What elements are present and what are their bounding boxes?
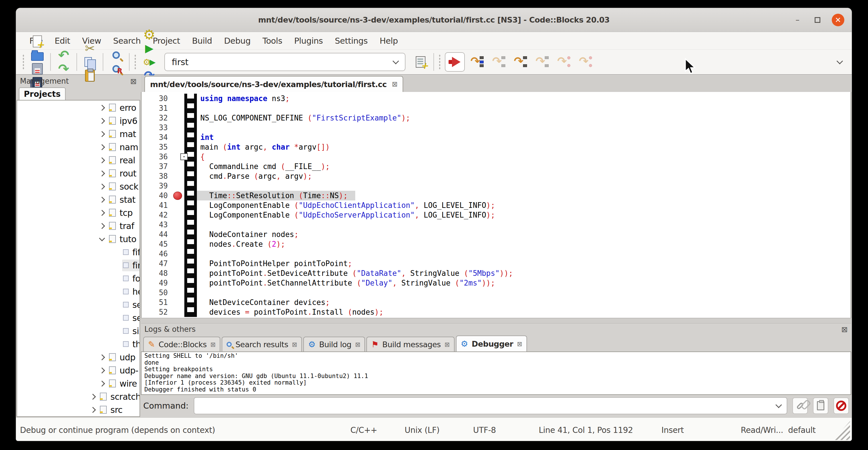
- code-line-49[interactable]: 49 pointToPoint.SetChannelAttribute ("De…: [142, 278, 850, 288]
- fold-margin[interactable]: [184, 201, 197, 210]
- tree-item-tcp[interactable]: tcp: [17, 206, 140, 219]
- code-line-35[interactable]: 35main (int argc, char *argv[]): [142, 142, 850, 152]
- code-line-41[interactable]: 41 LogComponentEnable ("UdpEchoClientApp…: [142, 201, 850, 210]
- line-number[interactable]: 50: [142, 288, 172, 298]
- code-line-44[interactable]: 44 NodeContainer nodes;: [142, 230, 850, 239]
- close-button[interactable]: ✕: [832, 14, 844, 26]
- breakpoint-margin[interactable]: [172, 123, 184, 132]
- code-line-42[interactable]: 42 LogComponentEnable ("UdpEchoServerApp…: [142, 210, 850, 220]
- fold-margin[interactable]: [184, 288, 197, 298]
- tree-item-udp[interactable]: udp: [17, 351, 140, 364]
- tab-projects[interactable]: Projects: [19, 87, 66, 100]
- code-line-37[interactable]: 37 CommandLine cmd (__FILE__);: [142, 161, 850, 171]
- line-number[interactable]: 48: [142, 268, 172, 278]
- tree-item-stat[interactable]: stat: [17, 193, 140, 206]
- fold-margin[interactable]: [184, 259, 197, 268]
- tree-item-he[interactable]: he: [17, 285, 140, 298]
- tab-close-icon[interactable]: ⊠: [444, 341, 450, 348]
- code-line-31[interactable]: 31: [142, 103, 850, 113]
- breakpoint-margin[interactable]: [172, 132, 184, 142]
- redo-icon[interactable]: ↷: [57, 62, 70, 76]
- debugger-log[interactable]: Setting SHELL to '/bin/sh'doneSetting br…: [141, 352, 851, 395]
- fold-margin[interactable]: [184, 230, 197, 239]
- menu-debug[interactable]: Debug: [218, 36, 256, 46]
- step-into-instruction-button[interactable]: ↷: [579, 55, 593, 69]
- breakpoint-margin[interactable]: [172, 181, 184, 191]
- code-line-33[interactable]: 33: [142, 123, 850, 132]
- fold-margin[interactable]: [184, 181, 197, 191]
- undo-icon[interactable]: ↶: [57, 48, 70, 62]
- line-number[interactable]: 31: [142, 103, 172, 113]
- tree-item-se[interactable]: se: [17, 298, 140, 311]
- logs-tab-search-results[interactable]: Search results⊠: [222, 337, 302, 352]
- fold-margin[interactable]: [184, 171, 197, 181]
- breakpoint-margin[interactable]: [172, 210, 184, 220]
- fold-margin[interactable]: [184, 191, 197, 201]
- fold-margin[interactable]: [184, 103, 197, 113]
- project-tree[interactable]: erroipv6matnamrealroutsockstattcptraftut…: [17, 100, 140, 417]
- logs-tab-build-log[interactable]: ⚙Build log⊠: [303, 337, 365, 352]
- tree-item-src[interactable]: src: [17, 403, 140, 416]
- breakpoint-margin[interactable]: [172, 201, 184, 210]
- tree-item-real[interactable]: real: [17, 154, 140, 167]
- chevron-down-icon[interactable]: [393, 58, 399, 64]
- fold-margin[interactable]: [184, 210, 197, 220]
- tree-item-traf[interactable]: traf: [17, 219, 140, 233]
- toolbar-grip[interactable]: [134, 54, 136, 70]
- code-line-43[interactable]: 43: [142, 220, 850, 230]
- save-icon[interactable]: [31, 62, 44, 76]
- code-line-30[interactable]: 30using namespace ns3;: [142, 94, 850, 103]
- toolbar-grip[interactable]: [22, 54, 25, 70]
- breakpoint-margin[interactable]: [172, 142, 184, 152]
- line-number[interactable]: 47: [142, 259, 172, 268]
- line-number[interactable]: 49: [142, 278, 172, 288]
- logs-tab-debugger[interactable]: ⚙Debugger⊠: [456, 335, 527, 352]
- build-icon[interactable]: ⚙: [143, 28, 156, 41]
- menu-tools[interactable]: Tools: [256, 36, 288, 46]
- breakpoint-margin[interactable]: [172, 288, 184, 298]
- tree-item-erro[interactable]: erro: [17, 101, 140, 114]
- code-line-36[interactable]: 36-{: [142, 152, 850, 161]
- editor-logs-splitter[interactable]: [141, 318, 851, 324]
- fold-margin[interactable]: [184, 161, 197, 171]
- breakpoint-margin[interactable]: [172, 103, 184, 113]
- fold-margin[interactable]: [184, 123, 197, 132]
- clear-log-button[interactable]: [834, 397, 849, 414]
- menu-build[interactable]: Build: [186, 36, 218, 46]
- fold-margin[interactable]: [184, 268, 197, 278]
- code-line-45[interactable]: 45 nodes.Create (2);: [142, 239, 850, 249]
- management-close-icon[interactable]: ⊠: [130, 77, 137, 86]
- code-line-48[interactable]: 48 pointToPoint.SetDeviceAttribute ("Dat…: [142, 268, 850, 278]
- line-number[interactable]: 30: [142, 94, 172, 103]
- breakpoint-margin[interactable]: [172, 171, 184, 181]
- fold-margin[interactable]: [184, 239, 197, 249]
- tree-item-se[interactable]: se: [17, 311, 140, 324]
- logs-close-icon[interactable]: ⊠: [841, 325, 848, 334]
- fold-margin[interactable]: [184, 132, 197, 142]
- line-number[interactable]: 35: [142, 142, 172, 152]
- tree-item-wire[interactable]: wire: [17, 377, 140, 390]
- tree-item-scratch[interactable]: scratch: [17, 390, 140, 403]
- debugging-windows-icon[interactable]: [414, 55, 428, 69]
- cut-icon[interactable]: ✂: [83, 41, 97, 55]
- step-out-button[interactable]: ↷: [535, 55, 549, 69]
- line-number[interactable]: 40: [142, 191, 172, 201]
- tab-close-icon[interactable]: ⊠: [292, 341, 297, 348]
- editor-tab-close-icon[interactable]: ⊠: [392, 80, 398, 88]
- breakpoint-marker-icon[interactable]: [173, 191, 182, 200]
- breakpoint-margin[interactable]: [172, 249, 184, 259]
- fold-margin[interactable]: -: [184, 152, 197, 161]
- minimize-button[interactable]: –: [792, 14, 803, 26]
- code-line-34[interactable]: 34int: [142, 132, 850, 142]
- line-number[interactable]: 37: [142, 161, 172, 171]
- line-number[interactable]: 32: [142, 113, 172, 123]
- breakpoint-margin[interactable]: [172, 220, 184, 230]
- code-line-32[interactable]: 32NS_LOG_COMPONENT_DEFINE ("FirstScriptE…: [142, 113, 850, 123]
- tree-item-six[interactable]: six: [17, 324, 140, 337]
- fold-margin[interactable]: [184, 220, 197, 230]
- new-file-icon[interactable]: [31, 34, 44, 48]
- resize-grip[interactable]: [833, 421, 850, 440]
- tab-close-icon[interactable]: ⊠: [210, 341, 215, 348]
- tree-item-tuto[interactable]: tuto: [17, 233, 140, 245]
- code-line-38[interactable]: 38 cmd.Parse (argc, argv);: [142, 171, 850, 181]
